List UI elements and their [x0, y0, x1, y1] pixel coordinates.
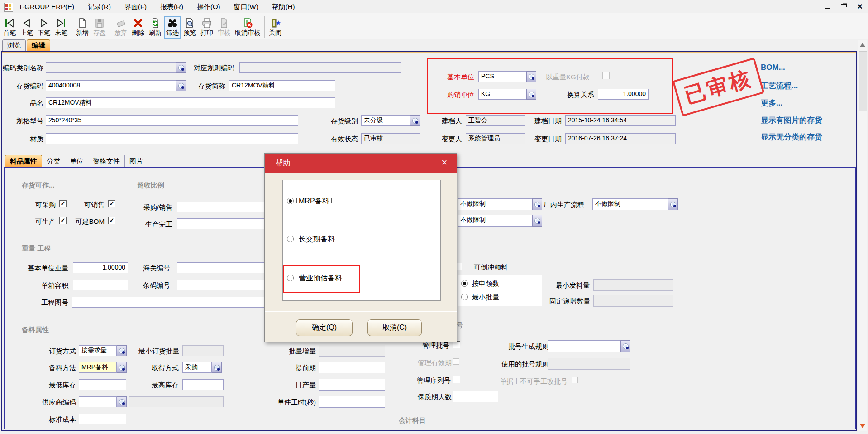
- over-purchase-sale-field[interactable]: [177, 202, 268, 212]
- abandon-button[interactable]: 放弃: [113, 16, 129, 39]
- over-production-field[interactable]: [177, 218, 268, 229]
- material-field[interactable]: [46, 133, 298, 144]
- menu-help[interactable]: 帮助(H): [272, 3, 295, 11]
- batch-rule-field[interactable]: [548, 340, 630, 352]
- unit-weight-field[interactable]: 1.00000: [73, 262, 128, 273]
- sellable-checkbox[interactable]: ✓: [108, 200, 115, 207]
- scrollbar-thumb[interactable]: [859, 51, 867, 111]
- menu-record[interactable]: 记录(R): [88, 3, 111, 11]
- save-button[interactable]: 存盘: [91, 16, 108, 39]
- menu-report[interactable]: 报表(R): [160, 3, 183, 11]
- drawing-number-field[interactable]: [72, 297, 268, 308]
- first-record-button[interactable]: 首笔: [1, 16, 18, 39]
- next-record-button[interactable]: 下笔: [36, 16, 52, 39]
- mrp-prep-radio[interactable]: [287, 198, 294, 204]
- std-cost-field[interactable]: [79, 414, 126, 424]
- restriction-1-lookup-button[interactable]: [532, 198, 542, 210]
- factory-flow-field[interactable]: 不做限制: [592, 198, 668, 210]
- code-category-lookup-button[interactable]: [176, 62, 186, 73]
- tab-unit[interactable]: 单位: [65, 155, 88, 167]
- barcode-field[interactable]: [177, 280, 268, 290]
- scroll-down-arrow[interactable]: [860, 424, 865, 428]
- restriction-field-2[interactable]: 不做限制: [458, 215, 532, 227]
- code-category-field[interactable]: [46, 62, 176, 73]
- sales-forecast-prep-radio[interactable]: [287, 275, 294, 281]
- restriction-2-lookup-button[interactable]: [532, 215, 542, 227]
- audit-button[interactable]: 审核: [216, 16, 232, 39]
- ok-button[interactable]: 确定(Q): [296, 319, 353, 336]
- acquire-mode-lookup-button[interactable]: [212, 362, 222, 373]
- max-stock-field[interactable]: [182, 379, 224, 390]
- more-link[interactable]: 更多...: [761, 98, 782, 108]
- batch-rule-lookup-button[interactable]: [620, 340, 630, 352]
- long-lead-prep-radio[interactable]: [287, 236, 294, 242]
- show-uncategorized-link[interactable]: 显示无分类的存货: [761, 132, 822, 142]
- menu-interface[interactable]: 界面(F): [124, 3, 147, 11]
- prep-method-field[interactable]: MRP备料: [79, 362, 117, 373]
- rule-code-field[interactable]: [239, 62, 401, 73]
- cancel-button[interactable]: 取消(C): [367, 319, 422, 336]
- can-build-bom-checkbox[interactable]: ✓: [108, 217, 115, 224]
- prev-record-button[interactable]: 上笔: [19, 16, 35, 39]
- shelf-days-field[interactable]: [453, 391, 498, 402]
- tab-browse[interactable]: 浏览: [2, 39, 26, 51]
- trade-unit-lookup-button[interactable]: [526, 89, 536, 100]
- box-volume-field[interactable]: [73, 280, 128, 290]
- base-unit-field[interactable]: PCS: [478, 71, 526, 82]
- show-with-picture-link[interactable]: 显示有图片的存货: [761, 115, 822, 125]
- close-button[interactable]: 关闭: [267, 16, 283, 39]
- producible-checkbox[interactable]: ✓: [59, 217, 67, 224]
- conversion-field[interactable]: 1.00000: [598, 89, 649, 100]
- last-record-button[interactable]: 末笔: [53, 16, 69, 39]
- mrp-prep-option[interactable]: MRP备料: [297, 196, 331, 207]
- menu-window[interactable]: 窗口(W): [234, 3, 258, 11]
- restore-button[interactable]: [839, 2, 849, 11]
- inv-code-field[interactable]: 400400008: [46, 80, 176, 91]
- cancel-audit-button[interactable]: 取消审核: [233, 16, 262, 39]
- tab-edit[interactable]: 编辑: [27, 39, 50, 51]
- order-mode-field[interactable]: 按需求量: [79, 345, 117, 356]
- filter-button[interactable]: 筛选: [164, 16, 181, 39]
- print-button[interactable]: 打印: [199, 16, 215, 39]
- close-window-button[interactable]: ×: [855, 2, 865, 11]
- tab-classification[interactable]: 分类: [42, 155, 65, 167]
- bom-link[interactable]: BOM...: [761, 63, 785, 72]
- sales-forecast-prep-option[interactable]: 营业预估备料: [299, 274, 342, 283]
- purchasable-checkbox[interactable]: ✓: [59, 200, 67, 207]
- help-dialog-close-button[interactable]: ×: [439, 157, 450, 169]
- inv-code-lookup-button[interactable]: [176, 80, 186, 91]
- by-application-radio[interactable]: [461, 280, 468, 287]
- trade-unit-field[interactable]: KG: [478, 89, 526, 100]
- order-mode-lookup-button[interactable]: [117, 345, 127, 356]
- unit-work-seconds-field[interactable]: [319, 396, 385, 408]
- acquire-mode-field[interactable]: 采购: [182, 362, 212, 373]
- level-lookup-button[interactable]: [410, 115, 420, 126]
- menu-operation[interactable]: 操作(O): [197, 3, 220, 11]
- preview-button[interactable]: 预览: [181, 16, 198, 39]
- name-field[interactable]: CR12MOV精料: [46, 97, 335, 108]
- refresh-button[interactable]: 刷新: [147, 16, 163, 39]
- scroll-up-arrow[interactable]: [860, 43, 865, 47]
- minimize-button[interactable]: [822, 2, 832, 11]
- prep-method-lookup-button[interactable]: [117, 362, 127, 373]
- menu-app[interactable]: T-GROUP ERP(E): [19, 3, 74, 11]
- delete-button[interactable]: 删除: [130, 16, 146, 39]
- factory-flow-lookup-button[interactable]: [668, 198, 678, 210]
- base-unit-lookup-button[interactable]: [526, 71, 536, 82]
- spec-field[interactable]: 250*240*35: [46, 115, 298, 126]
- customs-code-field[interactable]: [177, 262, 268, 273]
- supplier-lookup-button[interactable]: [117, 396, 127, 407]
- tab-item-attributes[interactable]: 料品属性: [5, 155, 42, 167]
- daily-output-field[interactable]: [319, 379, 385, 391]
- new-button[interactable]: 新增: [74, 16, 91, 39]
- supplier-code-field[interactable]: [79, 396, 117, 407]
- restriction-field-1[interactable]: 不做限制: [458, 198, 532, 210]
- min-batch-radio[interactable]: [461, 294, 468, 300]
- level-field[interactable]: 未分级: [361, 115, 410, 126]
- lead-time-field[interactable]: [319, 362, 385, 373]
- tab-picture[interactable]: 图片: [125, 155, 148, 167]
- inv-short-field[interactable]: CR12MOV精料: [229, 80, 335, 91]
- long-lead-prep-option[interactable]: 长交期备料: [299, 235, 335, 244]
- process-flow-link[interactable]: 工艺流程...: [761, 81, 798, 91]
- manage-serial-checkbox[interactable]: [453, 376, 460, 383]
